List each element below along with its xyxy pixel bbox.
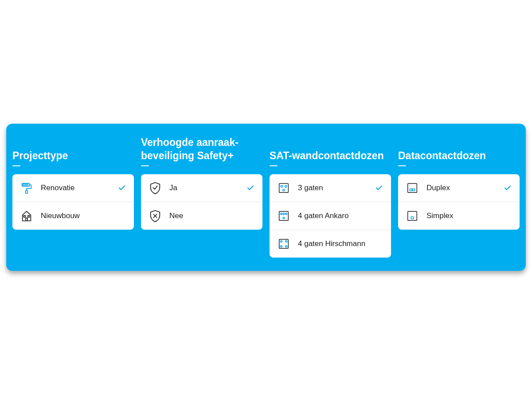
svg-point-14 [285,185,287,187]
option-list: Renovatie Nieuwbouw [12,174,134,230]
svg-point-18 [283,213,285,215]
option-nieuwbouw[interactable]: Nieuwbouw [12,202,134,230]
socket-4-corner-icon [277,237,291,251]
option-label: Nieuwbouw [41,211,126,220]
svg-rect-28 [413,189,415,191]
column-heading: Datacontactdozen [398,136,520,164]
svg-rect-30 [411,217,414,219]
option-label: Simplex [426,211,512,220]
svg-rect-26 [408,184,417,193]
svg-point-22 [281,241,282,243]
option-ja[interactable]: Ja [141,174,262,202]
column-safety: Verhoogde aanraak-beveiliging Safety+ Ja [141,136,262,230]
option-nee[interactable]: Nee [141,202,262,230]
heading-underline [12,165,20,166]
svg-point-20 [283,217,285,219]
check-icon [375,184,383,192]
option-list: Ja Nee [141,174,262,230]
option-simplex[interactable]: Simplex [398,202,520,230]
paint-roller-icon [20,181,34,195]
house-icon [20,209,34,223]
svg-rect-7 [26,218,27,221]
svg-point-13 [281,185,282,187]
option-label: 4 gaten Hirschmann [298,239,383,248]
column-heading: Verhoogde aanraak-beveiliging Safety+ [141,136,262,164]
option-renovatie[interactable]: Renovatie [12,174,134,202]
data-simplex-icon [405,209,419,223]
svg-point-25 [286,246,287,247]
heading-underline [141,165,149,166]
shield-check-icon [148,181,162,195]
option-list: 3 gaten 4 gaten Ankaro [270,174,391,258]
svg-point-19 [286,213,287,215]
option-3-gaten[interactable]: 3 gaten [270,174,391,202]
svg-rect-27 [410,189,412,191]
heading-underline [270,165,278,166]
svg-rect-9 [28,215,30,217]
column-data: Datacontactdozen Duplex [398,136,520,230]
option-label: Ja [169,184,239,192]
option-4-gaten-ankaro[interactable]: 4 gaten Ankaro [270,202,391,230]
svg-point-17 [281,213,282,215]
data-duplex-icon [405,181,419,195]
socket-3-holes-icon [277,181,291,195]
filter-panel: Projecttype Renovatie [6,124,526,271]
heading-underline [398,165,406,166]
svg-rect-8 [23,215,25,217]
option-label: 4 gaten Ankaro [298,211,383,220]
svg-point-15 [283,189,285,191]
svg-rect-1 [26,191,28,194]
column-projecttype: Projecttype Renovatie [12,136,134,230]
option-label: 3 gaten [298,184,368,192]
column-heading: SAT-wandcontactdozen [270,136,391,164]
option-4-gaten-hirschmann[interactable]: 4 gaten Hirschmann [270,230,391,258]
svg-point-24 [281,246,282,247]
check-icon [504,184,512,192]
column-heading: Projecttype [12,136,134,164]
check-icon [118,184,126,192]
option-label: Renovatie [41,184,111,192]
option-duplex[interactable]: Duplex [398,174,520,202]
check-icon [246,184,254,192]
column-sat: SAT-wandcontactdozen 3 gaten [270,136,391,258]
svg-point-23 [286,241,287,243]
option-list: Duplex Simplex [398,174,520,230]
option-label: Nee [169,211,254,220]
shield-x-icon [148,209,162,223]
socket-4-top-icon [277,209,291,223]
option-label: Duplex [426,184,497,192]
